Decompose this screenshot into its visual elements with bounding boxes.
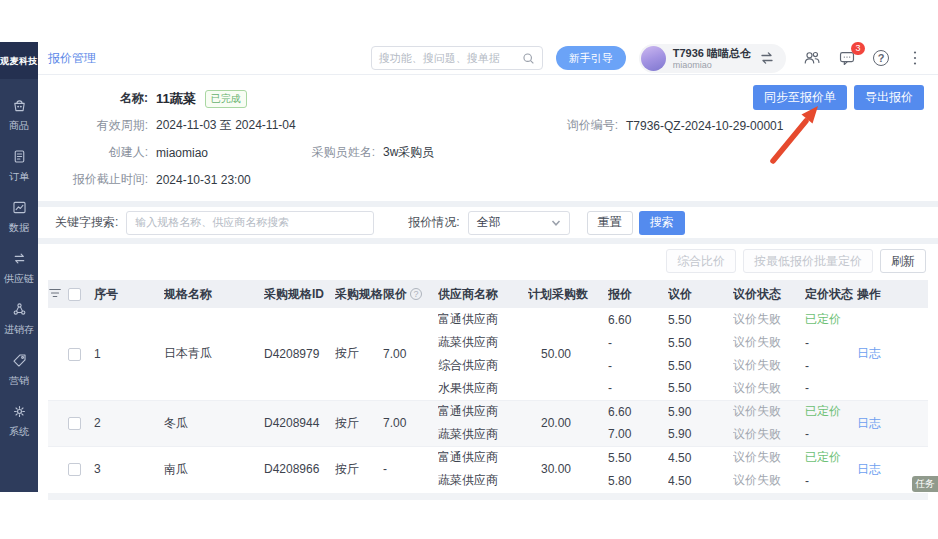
sidebar-item-basket[interactable]: 商品	[0, 97, 38, 133]
cell-price-status: 已定价	[805, 400, 857, 423]
user-account: miaomiao	[673, 60, 751, 70]
gear-icon	[11, 403, 28, 422]
cell-supplier-name: 蔬菜供应商	[438, 469, 528, 492]
cell-purchase-spec: 按斤	[335, 446, 383, 492]
col-header-3: 采购规格	[335, 280, 383, 308]
task-floating-tag[interactable]: 任务	[912, 476, 938, 492]
app-window: 观麦科技 商品订单数据供应链进销存营销系统 报价管理 搜功能、搜问题、搜单据 新…	[0, 42, 938, 492]
sidebar-item-inventory[interactable]: 进销存	[0, 301, 38, 337]
col-header-1: 规格名称	[164, 280, 264, 308]
cell-bargain-price: 5.50	[668, 377, 733, 400]
quote-status-select[interactable]: 全部	[468, 211, 570, 235]
cell-limit-price: -	[383, 446, 438, 492]
status-badge: 已完成	[205, 90, 247, 108]
quote-status-value: 全部	[477, 214, 501, 231]
cell-bargain-price: 5.90	[668, 423, 733, 446]
col-header-9: 议价状态	[733, 280, 805, 308]
sidebar-item-gear[interactable]: 系统	[0, 403, 38, 439]
column-settings-icon[interactable]	[48, 280, 68, 308]
messages-icon[interactable]: 3	[838, 49, 856, 67]
more-menu-icon[interactable]	[906, 49, 924, 67]
cell-spec-id: D4208966	[264, 446, 335, 492]
cell-purchase-spec: 按斤	[335, 400, 383, 446]
creator-label: 创建人:	[38, 144, 148, 161]
newbie-guide-button[interactable]: 新手引导	[556, 46, 626, 70]
row-checkbox[interactable]	[68, 348, 81, 361]
buyer-value: 3w采购员	[383, 144, 434, 161]
contacts-icon[interactable]	[803, 49, 821, 67]
cell-price-status: -	[805, 377, 857, 400]
search-icon	[522, 52, 535, 65]
table-body: 1日本青瓜D4208979按斤7.00富通供应商50.006.605.50议价失…	[48, 308, 928, 492]
cell-plan-qty: 30.00	[528, 446, 608, 492]
keyword-input[interactable]: 输入规格名称、供应商名称搜索	[126, 211, 374, 235]
main-area: 报价管理 搜功能、搜问题、搜单据 新手引导 T7936 喵喵总仓 miaomia…	[38, 42, 938, 492]
cell-bargain-price: 5.50	[668, 308, 733, 331]
limit-help-icon[interactable]: ?	[410, 288, 422, 300]
quote-no-value: T7936-QZ-2024-10-29-00001	[626, 119, 783, 133]
cell-checkbox	[68, 446, 94, 492]
cell-limit-price: 7.00	[383, 400, 438, 446]
cell-plan-qty: 50.00	[528, 308, 608, 400]
deadline-value: 2024-10-31 23:00	[156, 173, 251, 187]
cell-spacer	[48, 446, 68, 492]
cell-price-status: -	[805, 354, 857, 377]
cell-bargain-status: 议价失败	[733, 469, 805, 492]
cell-bargain-price: 5.50	[668, 354, 733, 377]
cell-spec-name: 日本青瓜	[164, 308, 264, 400]
row-checkbox[interactable]	[68, 463, 81, 476]
sidebar-item-supply[interactable]: 供应链	[0, 250, 38, 286]
sidebar-item-label: 系统	[9, 425, 29, 439]
log-link[interactable]: 日志	[857, 416, 881, 430]
sidebar-item-label: 订单	[9, 170, 29, 184]
log-link[interactable]: 日志	[857, 346, 881, 360]
reset-button[interactable]: 重置	[587, 211, 633, 235]
cell-quote-price: 6.60	[608, 308, 668, 331]
avatar[interactable]	[641, 46, 666, 71]
help-icon[interactable]: ?	[873, 50, 889, 66]
sidebar-item-tag[interactable]: 营销	[0, 352, 38, 388]
row-checkbox[interactable]	[68, 417, 81, 430]
breadcrumb[interactable]: 报价管理	[48, 50, 96, 67]
cell-operation: 日志	[857, 308, 928, 400]
cell-quote-price: 5.50	[608, 446, 668, 469]
cell-spec-name: 南瓜	[164, 446, 264, 492]
sidebar-nav: 商品订单数据供应链进销存营销系统	[0, 97, 38, 439]
compare-price-button[interactable]: 综合比价	[666, 249, 736, 273]
user-menu[interactable]: T7936 喵喵总仓 miaomiao	[639, 44, 786, 73]
quote-no-field: 询价编号: T7936-QZ-2024-10-29-00001	[478, 117, 783, 134]
cell-spec-name: 冬瓜	[164, 400, 264, 446]
global-search-input[interactable]: 搜功能、搜问题、搜单据	[371, 46, 543, 70]
info-row-creator: 创建人: miaomiao 采购员姓名: 3w采购员	[38, 139, 938, 166]
table-bottom-strip	[48, 493, 928, 500]
buyer-label: 采购员姓名:	[280, 144, 375, 161]
sync-to-quote-button[interactable]: 同步至报价单	[753, 85, 847, 110]
cell-purchase-spec: 按斤	[335, 308, 383, 400]
chevron-down-icon	[551, 218, 561, 228]
cell-price-status: -	[805, 469, 857, 492]
cell-spec-id: D4208944	[264, 400, 335, 446]
export-quote-button[interactable]: 导出报价	[854, 85, 924, 110]
period-label: 有效周期:	[38, 117, 148, 134]
col-header-2: 采购规格ID	[264, 280, 335, 308]
col-header-4: 限价?	[383, 280, 438, 308]
search-button[interactable]: 搜索	[639, 211, 685, 235]
notification-badge: 3	[851, 42, 865, 55]
select-all-checkbox[interactable]	[68, 288, 81, 301]
sidebar-item-chart[interactable]: 数据	[0, 199, 38, 235]
cell-bargain-status: 议价失败	[733, 400, 805, 423]
col-header-7: 报价	[608, 280, 668, 308]
cell-price-status: -	[805, 423, 857, 446]
switch-account-icon[interactable]	[758, 49, 776, 67]
topbar-icons: 3 ?	[803, 49, 924, 67]
cell-checkbox	[68, 400, 94, 446]
cell-bargain-status: 议价失败	[733, 354, 805, 377]
cell-checkbox	[68, 308, 94, 400]
batch-lowest-price-button[interactable]: 按最低报价批量定价	[743, 249, 873, 273]
col-header-10: 定价状态	[805, 280, 857, 308]
sidebar-item-order[interactable]: 订单	[0, 148, 38, 184]
cell-quote-price: 5.80	[608, 469, 668, 492]
sidebar-item-label: 进销存	[4, 323, 34, 337]
log-link[interactable]: 日志	[857, 462, 881, 476]
refresh-button[interactable]: 刷新	[880, 249, 926, 273]
